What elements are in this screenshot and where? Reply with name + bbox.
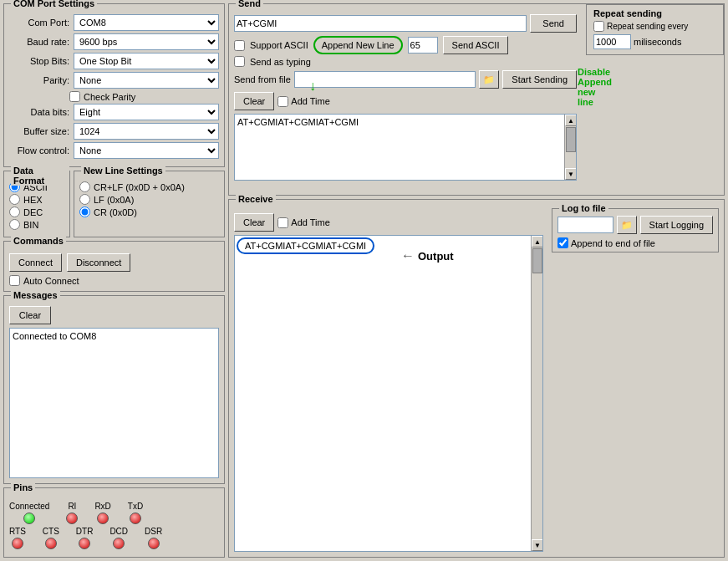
pins-title: Pins	[11, 482, 35, 492]
data-format-hex-radio[interactable]	[9, 194, 20, 205]
pin-cts-led	[45, 538, 57, 549]
log-to-file-title: Log to file	[559, 203, 608, 213]
send-scroll-thumb[interactable]	[566, 127, 576, 152]
repeat-sending-box: Repeat sending Repeat sending every mili…	[586, 4, 724, 55]
data-format-title: Data Format	[11, 166, 69, 186]
baud-rate-label: Baud rate:	[9, 37, 69, 47]
disconnect-button[interactable]: Disconnect	[67, 253, 130, 272]
newline-crlf-radio[interactable]	[79, 181, 90, 192]
send-box: Send Repeat sending Repeat sending every…	[228, 3, 725, 196]
data-format-bin-label: BIN	[23, 220, 38, 230]
buffer-size-select[interactable]: 1024	[74, 123, 219, 140]
pin-rts-led	[12, 538, 23, 549]
send-content-area: AT+CGMIAT+CGMIAT+CGMI ▲ ▼	[234, 114, 577, 181]
repeat-sending-title: Repeat sending	[593, 8, 716, 18]
data-bits-select[interactable]: Eight	[74, 104, 219, 120]
messages-clear-button[interactable]: Clear	[9, 306, 51, 324]
repeat-sending-label: Repeat sending every	[607, 22, 688, 31]
pin-txd: TxD	[128, 502, 143, 524]
support-ascii-label: Support ASCII	[250, 40, 308, 50]
pin-connected-led	[23, 513, 35, 524]
data-format-bin-radio[interactable]	[9, 219, 20, 230]
pin-dsr-led	[148, 538, 160, 549]
receive-content-area: AT+CGMIAT+CGMIAT+CGMI ▲ ▼	[234, 235, 543, 552]
messages-title: Messages	[11, 290, 60, 300]
new-line-title: New Line Settings	[81, 166, 165, 176]
log-file-browse-button[interactable]: 📁	[617, 216, 637, 234]
repeat-ms-input[interactable]	[593, 34, 631, 49]
log-browse-icon: 📁	[621, 220, 633, 230]
receive-clear-button[interactable]: Clear	[234, 213, 274, 232]
send-ascii-button[interactable]: Send ASCII	[443, 36, 509, 54]
append-to-file-checkbox[interactable]	[557, 237, 568, 248]
flow-control-label: Flow control:	[9, 145, 69, 156]
data-bits-label: Data bits:	[9, 107, 69, 117]
pin-ri: RI	[66, 502, 78, 524]
newline-cr-radio[interactable]	[79, 207, 90, 217]
send-from-file-label: Send from file	[234, 74, 291, 84]
pin-connected: Connected	[9, 502, 49, 524]
pin-rxd-led	[97, 513, 109, 524]
receive-add-time-checkbox[interactable]	[277, 217, 288, 228]
append-new-line-button[interactable]: Append New Line	[313, 36, 403, 54]
newline-lf-label: LF (0x0A)	[94, 195, 134, 205]
log-to-file-box: Log to file 📁 Start Logging Append to en…	[552, 208, 719, 252]
auto-connect-label: Auto Connect	[23, 276, 79, 286]
start-sending-button[interactable]: Start Sending	[502, 70, 577, 89]
send-from-file-arrow: ↓	[309, 79, 316, 94]
new-line-box: New Line Settings CR+LF (0x0D + 0x0A) LF…	[74, 171, 225, 237]
data-format-hex-label: HEX	[23, 195, 43, 205]
flow-control-select[interactable]: None	[74, 142, 219, 159]
pin-dsr: DSR	[145, 527, 162, 549]
stop-bits-select[interactable]: One Stop Bit	[74, 53, 219, 69]
receive-box: Receive Log to file 📁 Start Logging	[228, 199, 725, 558]
data-format-dec-radio[interactable]	[9, 207, 20, 217]
receive-scroll-up[interactable]: ▲	[532, 236, 543, 247]
send-as-typing-checkbox[interactable]	[234, 56, 245, 67]
com-port-label: Com Port:	[9, 18, 69, 28]
ascii-count-input[interactable]	[408, 37, 438, 54]
repeat-sending-checkbox[interactable]	[593, 21, 604, 32]
start-logging-button[interactable]: Start Logging	[640, 216, 713, 234]
send-add-time-checkbox[interactable]	[277, 96, 288, 107]
receive-content-text: AT+CGMIAT+CGMIAT+CGMI	[245, 241, 366, 251]
output-label: Output	[418, 250, 454, 263]
newline-crlf-label: CR+LF (0x0D + 0x0A)	[94, 182, 185, 192]
send-file-browse-button[interactable]: 📁	[479, 70, 499, 89]
commands-title: Commands	[11, 236, 66, 246]
browse-icon: 📁	[483, 74, 495, 84]
send-input[interactable]	[234, 15, 527, 32]
pin-dcd-led	[113, 538, 125, 549]
send-clear-button[interactable]: Clear	[234, 92, 274, 110]
pin-rts: RTS	[9, 527, 26, 549]
receive-scroll-thumb[interactable]	[532, 248, 542, 273]
send-scrollbar[interactable]: ▲ ▼	[564, 115, 576, 180]
newline-lf-radio[interactable]	[79, 194, 90, 205]
com-port-select[interactable]: COM8	[74, 14, 219, 31]
pin-ri-led	[66, 513, 78, 524]
check-parity-checkbox[interactable]	[69, 91, 80, 102]
pin-txd-led	[130, 513, 141, 524]
send-scroll-down[interactable]: ▼	[565, 168, 577, 180]
support-ascii-checkbox[interactable]	[234, 40, 245, 51]
parity-select[interactable]: None	[74, 72, 219, 89]
pin-cts: CTS	[43, 527, 59, 549]
connect-button[interactable]: Connect	[9, 253, 62, 272]
send-button[interactable]: Send	[530, 14, 577, 33]
pin-dtr-led	[79, 538, 90, 549]
send-scroll-up[interactable]: ▲	[565, 115, 577, 126]
receive-scroll-down[interactable]: ▼	[532, 539, 543, 551]
data-format-box: Data Format ASCII HEX DEC BIN	[3, 171, 70, 237]
output-annotation: ← Output	[401, 248, 454, 263]
pin-rxd: RxD	[94, 502, 110, 524]
data-format-dec-label: DEC	[23, 207, 43, 217]
newline-cr-label: CR (0x0D)	[94, 207, 137, 217]
auto-connect-checkbox[interactable]	[9, 275, 20, 286]
receive-scrollbar[interactable]: ▲ ▼	[531, 236, 542, 551]
send-title: Send	[236, 0, 263, 8]
messages-content: Connected to COM8	[9, 328, 219, 478]
send-as-typing-label: Send as typing	[250, 57, 311, 67]
baud-rate-select[interactable]: 9600 bps	[74, 33, 219, 50]
com-port-title: COM Port Settings	[11, 0, 97, 8]
messages-box: Messages Clear Connected to COM8	[3, 295, 225, 484]
